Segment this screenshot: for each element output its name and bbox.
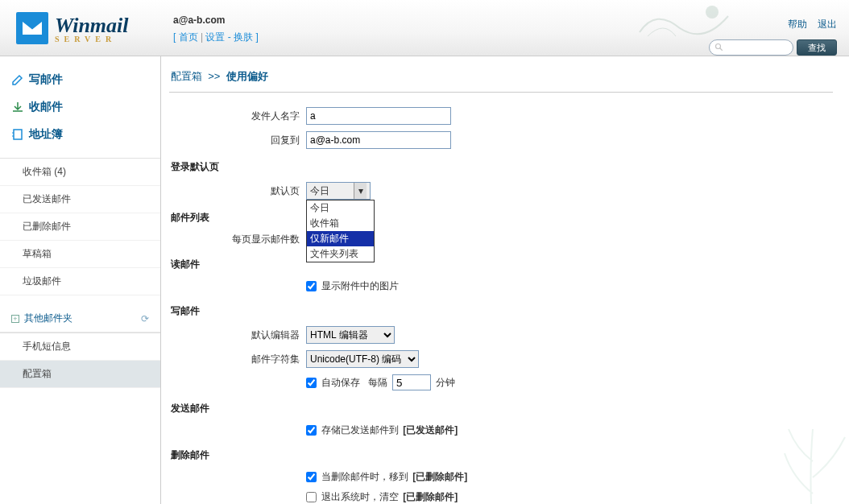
compose-icon	[11, 73, 24, 86]
sidebar-receive[interactable]: 收邮件	[0, 93, 160, 121]
refresh-icon[interactable]: ⟳	[141, 313, 149, 324]
sidebar-folder-junk[interactable]: 垃圾邮件	[0, 268, 160, 295]
nav-home-link[interactable]: 首页	[179, 31, 198, 43]
move-delete-checkbox[interactable]	[306, 472, 317, 482]
dropdown-option[interactable]: 今日	[307, 200, 374, 216]
logout-clear-folder: [已删除邮件]	[403, 490, 458, 504]
save-sent-prefix: 存储已发送邮件到	[321, 423, 399, 437]
save-sent-folder: [已发送邮件]	[403, 423, 458, 437]
logout-link[interactable]: 退出	[818, 19, 837, 30]
save-sent-checkbox[interactable]	[306, 425, 317, 436]
search-button[interactable]: 查找	[797, 39, 837, 56]
expand-icon: +	[11, 315, 19, 323]
per-page-label: 每页显示邮件数	[169, 233, 306, 246]
show-images-label: 显示附件中的图片	[321, 279, 399, 293]
dropdown-option-selected[interactable]: 仅新邮件	[307, 231, 374, 246]
reply-to-input[interactable]	[306, 131, 451, 149]
breadcrumb: 配置箱 >> 使用偏好	[169, 64, 833, 93]
section-compose-title: 写邮件	[171, 304, 833, 318]
search-input-wrap[interactable]	[709, 39, 793, 56]
show-images-checkbox[interactable]	[306, 281, 317, 291]
move-delete-prefix: 当删除邮件时，移到	[321, 470, 408, 484]
sidebar-folder-inbox[interactable]: 收件箱 (4)	[0, 159, 160, 186]
default-page-dropdown: 今日 收件箱 仅新邮件 文件夹列表	[306, 200, 375, 262]
sidebar: 写邮件 收邮件 地址簿 收件箱 (4) 已发送邮件 已删除邮件 草稿箱 垃圾邮件…	[0, 56, 161, 504]
sender-name-input[interactable]	[306, 107, 451, 125]
svg-point-0	[706, 6, 719, 19]
section-read-title: 读邮件	[171, 258, 833, 271]
account-email: a@a-b.com	[173, 14, 259, 26]
autosave-suffix: 分钟	[436, 376, 455, 390]
svg-point-1	[716, 44, 721, 49]
section-delete-title: 删除邮件	[171, 448, 833, 462]
logout-clear-prefix: 退出系统时，清空	[321, 490, 399, 504]
charset-select[interactable]: Unicode(UTF-8) 编码	[306, 350, 419, 368]
addressbook-icon	[11, 128, 24, 141]
breadcrumb-current: 使用偏好	[226, 70, 268, 82]
sidebar-folder-trash[interactable]: 已删除邮件	[0, 213, 160, 241]
logo-icon	[16, 12, 48, 44]
default-page-label: 默认页	[169, 184, 306, 198]
autosave-prefix: 自动保存	[321, 376, 360, 390]
breadcrumb-root: 配置箱	[171, 70, 202, 82]
section-login-title: 登录默认页	[171, 160, 833, 174]
sidebar-sms[interactable]: 手机短信息	[0, 333, 160, 361]
sidebar-other-header[interactable]: + 其他邮件夹 ⟳	[0, 305, 160, 333]
content-area: 配置箱 >> 使用偏好 发件人名字 回复到 登录默认页 默认页 今日 ▾	[161, 56, 849, 504]
autosave-checkbox[interactable]	[306, 378, 317, 388]
sidebar-config[interactable]: 配置箱	[0, 361, 160, 388]
svg-rect-3	[14, 130, 22, 139]
editor-select[interactable]: HTML 编辑器	[306, 326, 395, 344]
move-delete-folder: [已删除邮件]	[412, 470, 467, 484]
header: Winmail SERVER a@a-b.com [ 首页 | 设置 - 换肤 …	[0, 0, 849, 56]
sender-name-label: 发件人名字	[169, 109, 306, 123]
nav-theme-link[interactable]: 换肤	[234, 31, 253, 43]
charset-label: 邮件字符集	[169, 353, 306, 366]
search-icon	[714, 43, 724, 52]
help-link[interactable]: 帮助	[788, 19, 807, 30]
nav-settings-link[interactable]: 设置	[205, 31, 225, 43]
sidebar-addressbook[interactable]: 地址簿	[0, 121, 160, 148]
sidebar-folder-sent[interactable]: 已发送邮件	[0, 186, 160, 213]
chevron-down-icon: ▾	[354, 183, 367, 199]
logo: Winmail SERVER	[16, 12, 129, 44]
section-send-title: 发送邮件	[171, 402, 833, 415]
logout-clear-checkbox[interactable]	[306, 492, 317, 502]
svg-line-2	[720, 48, 723, 51]
autosave-mid: 每隔	[368, 376, 387, 390]
header-account-info: a@a-b.com [ 首页 | 设置 - 换肤 ]	[173, 14, 259, 44]
autosave-minutes-input[interactable]	[392, 374, 431, 390]
search-input[interactable]	[727, 43, 784, 52]
dropdown-option[interactable]: 收件箱	[307, 216, 374, 231]
sidebar-folder-drafts[interactable]: 草稿箱	[0, 241, 160, 268]
reply-to-label: 回复到	[169, 134, 306, 147]
section-list-title: 邮件列表	[171, 211, 833, 225]
sidebar-compose[interactable]: 写邮件	[0, 66, 160, 93]
receive-icon	[11, 101, 24, 114]
default-page-select[interactable]: 今日 ▾	[306, 182, 371, 200]
dropdown-option[interactable]: 文件夹列表	[307, 246, 374, 262]
editor-label: 默认编辑器	[169, 328, 306, 342]
logo-main-text: Winmail	[55, 14, 129, 37]
